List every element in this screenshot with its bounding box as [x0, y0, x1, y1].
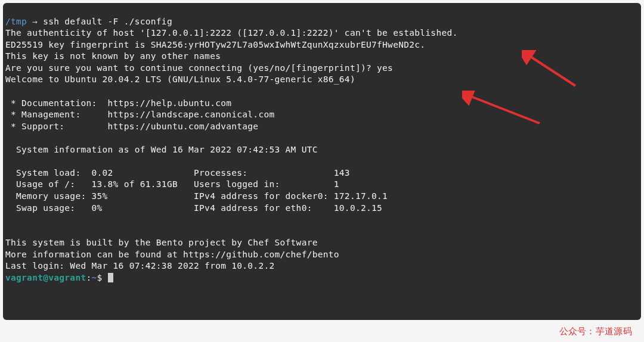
output-line: Welcome to Ubuntu 20.04.2 LTS (GNU/Linux… — [5, 74, 355, 84]
prompt-separator: → — [27, 17, 43, 26]
output-line: System information as of Wed 16 Mar 2022… — [5, 145, 318, 154]
output-line: This system is built by the Bento projec… — [5, 238, 318, 247]
output-line: * Support: https://ubuntu.com/advantage — [5, 122, 258, 131]
output-line: * Documentation: https://help.ubuntu.com — [5, 98, 231, 108]
output-line: * Management: https://landscape.canonica… — [5, 110, 275, 119]
command-text: ssh default -F ./sconfig — [43, 17, 172, 26]
output-line: Are you sure you want to continue connec… — [5, 63, 393, 73]
output-line: System load: 0.02 Processes: 143 — [5, 168, 350, 178]
prompt-path: /tmp — [5, 17, 27, 26]
output-line: Swap usage: 0% IPv4 address for eth0: 10… — [5, 203, 382, 213]
watermark-text: 公众号：芋道源码 — [559, 326, 632, 337]
output-line: Last login: Wed Mar 16 07:42:38 2022 fro… — [5, 261, 275, 271]
shell-cwd: ~ — [91, 273, 97, 282]
output-line: The authenticity of host '[127.0.0.1]:22… — [5, 28, 458, 38]
output-line: Memory usage: 35% IPv4 address for docke… — [5, 191, 388, 201]
shell-userhost: vagrant@vagrant — [5, 273, 86, 282]
annotation-arrow-icon — [522, 27, 581, 121]
terminal-window[interactable]: /tmp → ssh default -F ./sconfig The auth… — [3, 3, 641, 320]
output-line: More information can be found at https:/… — [5, 250, 339, 259]
annotation-arrow-icon — [462, 67, 546, 156]
svg-line-3 — [468, 95, 540, 123]
cursor-block — [108, 273, 113, 282]
shell-dollar: $ — [97, 273, 108, 282]
output-line: Usage of /: 13.8% of 61.31GB Users logge… — [5, 179, 339, 189]
svg-line-1 — [528, 55, 575, 86]
output-line: ED25519 key fingerprint is SHA256:yrHOTy… — [5, 40, 425, 49]
output-line: This key is not known by any other names — [5, 51, 221, 61]
